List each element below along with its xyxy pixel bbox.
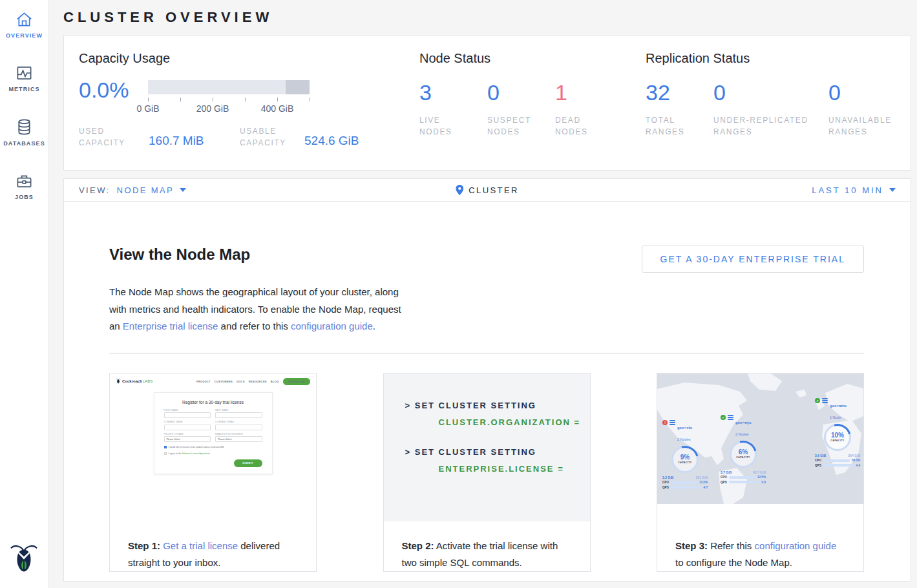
form-input (215, 412, 262, 418)
locality-node-count: 1 Node (830, 415, 841, 419)
map-locality-ams: ✓ geo=ams 1 Node 10% CAPACITY (815, 398, 863, 467)
cpu-sparkline (823, 459, 850, 462)
qps-value: 4.4 (856, 464, 860, 467)
cpu-value: 42.5% (757, 476, 766, 479)
live-nodes-value: 3 (419, 81, 487, 103)
healthy-dot-icon: ✓ (721, 415, 726, 420)
sql-command: SET CLUSTER SETTING (415, 401, 536, 410)
step-text: to configure the Node Map. (675, 557, 792, 568)
view-selector[interactable]: VIEW: NODE MAP (79, 185, 186, 195)
sidebar-item-label: JOBS (0, 194, 48, 200)
node-map-panel: View the Node Map GET A 30-DAY ENTERPRIS… (63, 202, 911, 582)
live-nodes-stat: 3 LIVE NODES (419, 81, 487, 138)
home-icon (0, 11, 48, 28)
cockroach-labs-logo: Cockroach LABS (116, 378, 153, 384)
node-map-thumbnail: ! geo=sfo 2 Nodes 9% CAPACITY (657, 373, 863, 521)
qps-sparkline (823, 464, 854, 467)
axis-tick-label: 200 GiB (196, 103, 229, 114)
field-label: FIRST NAME (164, 409, 211, 412)
time-range-selector[interactable]: LAST 10 MIN (812, 185, 896, 195)
section-divider (109, 353, 864, 353)
dead-nodes-stat: 1 DEAD NODES (555, 81, 595, 138)
sidebar-item-overview[interactable]: OVERVIEW (0, 0, 48, 39)
checkbox-label: I agree to the (169, 452, 182, 455)
nodes-stack-icon (669, 420, 675, 426)
sidebar-item-label: OVERVIEW (0, 32, 48, 39)
map-locality-nyc: ✓ geo=nyc 2 Nodes 6% CAPACITY (721, 415, 770, 484)
mini-nav-item: CUSTOMERS (215, 380, 233, 383)
nodes-stack-icon (822, 398, 828, 404)
step1-card: Cockroach LABS PRODUCT CUSTOMERS DOCS RE… (109, 373, 317, 572)
step-label: Step 2: (402, 540, 434, 551)
used-gib: 3.7 GiB (721, 470, 732, 474)
dead-nodes-label: DEAD NODES (555, 114, 595, 138)
total-gib: 331 GiB (695, 476, 708, 479)
node-status-title: Node Status (419, 51, 646, 66)
node-status-section: Node Status 3 LIVE NODES 0 SUSPECT NODES… (419, 51, 646, 170)
logo-text: Cockroach (122, 379, 142, 383)
dead-nodes-value: 1 (555, 81, 595, 103)
sidebar-item-databases[interactable]: DATABASES (0, 107, 48, 147)
field-label: LAST NAME (215, 409, 262, 412)
qps-sparkline (729, 481, 760, 483)
field-label: COMPANY NAME (164, 421, 211, 423)
mini-submit-button: SUBMIT (234, 459, 262, 467)
mini-nav-item: BLOG (271, 380, 279, 383)
capacity-bar-nonusable-segment (286, 80, 310, 94)
live-nodes-label: LIVE NODES (419, 114, 459, 138)
sidebar-item-jobs[interactable]: JOBS (0, 162, 48, 200)
step2-card: > SET CLUSTER SETTING CLUSTER.ORGANIZATI… (383, 373, 591, 572)
locality-name: geo=nyc (735, 421, 752, 425)
configuration-guide-link[interactable]: configuration guide (755, 540, 837, 551)
configuration-guide-link[interactable]: configuration guide (291, 320, 373, 331)
step-label: Step 1: (128, 540, 160, 551)
cpu-value: 58.3% (852, 459, 860, 462)
form-input (164, 425, 211, 430)
capacity-caption: CAPACITY (736, 456, 750, 459)
caret-down-icon (180, 188, 186, 192)
locality-name: geo=ams (830, 404, 847, 408)
qps-sparkline (671, 486, 702, 488)
form-input (215, 425, 262, 430)
step3-caption: Step 3: Refer this configuration guide t… (657, 521, 863, 571)
total-gib: 364 GiB (848, 454, 860, 457)
view-label: VIEW: (79, 185, 111, 195)
map-locality-sfo: ! geo=sfo 2 Nodes 9% CAPACITY (662, 420, 711, 489)
step3-card: ! geo=sfo 2 Nodes 9% CAPACITY (657, 373, 864, 572)
sql-prompt: > (405, 447, 412, 457)
healthy-dot-icon: ✓ (815, 398, 820, 403)
total-ranges-value: 32 (646, 81, 713, 103)
replication-status-section: Replication Status 32 TOTAL RANGES 0 UND… (646, 51, 911, 170)
capacity-percent: 9% (680, 454, 690, 461)
sidebar-item-metrics[interactable]: METRICS (0, 54, 48, 92)
step-text: Refer this (708, 540, 755, 551)
cpu-sparkline (671, 481, 697, 484)
node-map-title: View the Node Map (109, 246, 250, 264)
cpu-value: 11.0% (699, 481, 708, 484)
enterprise-trial-button[interactable]: GET A 30-DAY ENTERPRISE TRIAL (642, 246, 865, 273)
description-text: . (373, 320, 375, 331)
locality-node-count: 2 Nodes (677, 437, 691, 441)
step-label: Step 3: (675, 540, 708, 551)
trial-register-form: Register for a 30-day trial license FIRS… (154, 392, 273, 475)
enterprise-trial-license-link[interactable]: Enterprise trial license (123, 320, 218, 331)
under-replicated-ranges-label: UNDER-REPLICATED RANGES (713, 114, 817, 138)
axis-tick-label: 400 GiB (261, 103, 294, 114)
node-map-description: The Node Map shows the geographical layo… (109, 284, 401, 335)
view-value: NODE MAP (117, 185, 174, 195)
step1-caption: Step 1: Get a trial license delivered st… (110, 521, 316, 571)
suspect-nodes-value: 0 (487, 81, 555, 103)
step2-caption: Step 2: Activate the trial license with … (384, 521, 590, 571)
axis-tick-label: 0 GiB (136, 103, 159, 114)
cockroach-logo-icon[interactable] (9, 541, 39, 579)
mini-nav-item: PRODUCT (196, 380, 211, 383)
form-select: Please Select (164, 436, 211, 442)
checkbox-label: I would like to receive email updates ab… (169, 446, 225, 448)
time-range-value: LAST 10 MIN (812, 185, 883, 195)
page-title: CLUSTER OVERVIEW (63, 9, 911, 26)
cpu-label: CPU (815, 459, 821, 462)
capacity-bar-chart: 0 GiB 200 GiB 400 GiB (148, 80, 310, 115)
sql-argument: CLUSTER.ORGANIZATION = (439, 417, 590, 427)
form-title: Register for a 30-day trial license (164, 400, 262, 404)
get-trial-license-link[interactable]: Get a trial license (163, 540, 238, 551)
